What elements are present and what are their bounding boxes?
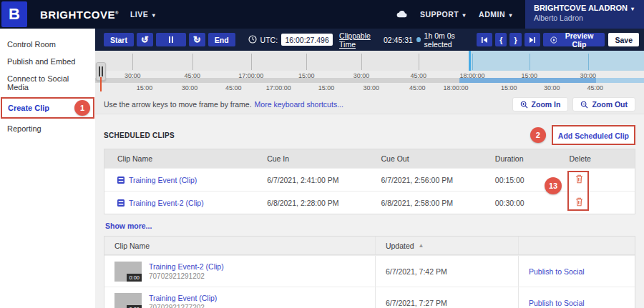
list-item: 0:00 Training Event-2 (Clip) 70702921291…: [104, 255, 635, 287]
sidebar-item-reporting[interactable]: Reporting: [0, 120, 95, 137]
timeline: 30:00 45:00 17:00:00 15:00 30:00 45:00 1…: [95, 51, 644, 95]
annotation-step-13: 13: [545, 177, 562, 194]
delete-clip-button[interactable]: [574, 173, 585, 187]
cue-in-value: 6/7/2021, 2:41:00 PM: [255, 176, 369, 184]
time-label: 15:00: [318, 84, 335, 91]
show-more-link[interactable]: Show more...: [105, 222, 152, 230]
delete-clip-button[interactable]: [574, 196, 585, 210]
publish-to-social-link[interactable]: Publish to Social: [529, 267, 585, 276]
sort-ascending-icon[interactable]: ▲: [419, 242, 424, 249]
col-header-updated[interactable]: Updated▲: [375, 237, 518, 254]
keyboard-hint-text: Use the arrow keys to move frame by fram…: [104, 100, 252, 109]
trash-icon: [575, 197, 583, 207]
time-label: 30:00: [544, 84, 560, 91]
product-menu-live[interactable]: LIVE ▾: [130, 10, 155, 19]
scheduled-clips-title: SCHEDULED CLIPS: [104, 131, 175, 139]
timeline-selection[interactable]: [469, 51, 644, 71]
duration-badge: 0:00: [127, 305, 142, 308]
chevron-down-icon: ▾: [152, 12, 156, 19]
publish-to-social-link[interactable]: Publish to Social: [529, 299, 585, 307]
pause-button[interactable]: [156, 33, 186, 46]
account-name: BRIGHTCOVE ALADRON ▾: [534, 4, 634, 12]
clippable-time-toggle[interactable]: Clippable Time: [339, 31, 380, 49]
time-label: 45:00: [587, 84, 603, 91]
clips-table-header: Clip Name Updated▲: [104, 237, 635, 255]
updated-value: 6/7/2021, 7:27 PM: [375, 287, 518, 308]
clip-thumbnail[interactable]: 0:00: [114, 293, 142, 308]
list-item: 0:00 Training Event (Clip) 7070292127720…: [104, 287, 635, 308]
selection-start-marker[interactable]: [469, 51, 471, 71]
skip-amount: 15: [195, 38, 200, 42]
zoom-out-button[interactable]: Zoom Out: [572, 97, 635, 111]
overview-buffered-range: [596, 78, 644, 83]
zoom-in-button[interactable]: Zoom In: [512, 97, 569, 111]
clips-table: Clip Name Updated▲ 0:00 Training Event-2…: [104, 236, 635, 308]
timeline-tick: [472, 54, 473, 70]
keyboard-shortcuts-link[interactable]: More keyboard shortcuts...: [255, 100, 343, 109]
sidebar-item-create-clip[interactable]: Create Clip: [2, 99, 55, 117]
col-header-duration: Duration: [484, 154, 558, 163]
clip-thumbnail[interactable]: 0:00: [114, 262, 142, 282]
save-button[interactable]: Save: [608, 33, 639, 46]
utc-label: UTC:: [260, 36, 278, 44]
timeline-overview-strip[interactable]: [95, 78, 644, 83]
sidebar-item-control-room[interactable]: Control Room: [0, 36, 95, 53]
set-cue-in-button[interactable]: {: [495, 33, 507, 46]
sidebar-item-publish-and-embed[interactable]: Publish and Embed: [0, 53, 95, 70]
overview-selected-range[interactable]: [459, 78, 596, 83]
skip-forward-15-button[interactable]: ↻15: [189, 33, 205, 46]
clip-name-link[interactable]: Training Event-2 (Clip): [129, 199, 204, 207]
play-circle-icon: [550, 36, 557, 44]
scheduled-clips-table: Clip Name Cue In Cue Out Duration Delete…: [104, 149, 635, 214]
end-button[interactable]: End: [208, 33, 235, 46]
updated-value: 6/7/2021, 7:42 PM: [375, 256, 518, 287]
start-button[interactable]: Start: [104, 33, 134, 46]
annotation-step-2: 2: [530, 127, 546, 143]
col-header-delete: Delete: [558, 154, 635, 163]
chevron-down-icon: ▾: [631, 6, 634, 12]
timeline-tick: [251, 54, 252, 70]
account-menu[interactable]: BRIGHTCOVE ALADRON ▾ Alberto Ladron: [525, 0, 644, 29]
skip-back-15-button[interactable]: ↺15: [137, 33, 153, 46]
duration-value: 00:30:00: [484, 199, 558, 207]
support-menu[interactable]: SUPPORT ▾: [420, 10, 466, 19]
time-label: 30:00: [364, 84, 380, 91]
timeline-track[interactable]: [95, 51, 644, 71]
annotation-box-add-scheduled-clip: Add Scheduled Clip: [552, 125, 635, 145]
add-scheduled-clip-button[interactable]: Add Scheduled Clip: [558, 131, 629, 140]
set-cue-out-button[interactable]: }: [509, 33, 521, 46]
content-area: SCHEDULED CLIPS 2 Add Scheduled Clip Cli…: [95, 124, 644, 308]
clip-name-link[interactable]: Training Event (Clip): [129, 176, 197, 184]
preview-clip-button[interactable]: Preview Clip: [543, 33, 605, 46]
time-label: 45:00: [409, 84, 426, 91]
cue-out-value: 6/7/2021, 2:56:00 PM: [369, 176, 483, 184]
timeline-tick: [132, 54, 133, 70]
admin-menu[interactable]: ADMIN ▾: [479, 10, 512, 19]
logo-letter: B: [9, 5, 20, 24]
skip-to-start-icon: [481, 36, 488, 44]
sidebar-item-connect-to-social-media[interactable]: Connect to Social Media: [0, 70, 95, 96]
col-header-actions: [518, 237, 635, 254]
selected-duration: 1h 0m 0s selected: [424, 31, 474, 49]
utc-time-input[interactable]: [281, 34, 333, 46]
clip-name-link[interactable]: Training Event (Clip): [149, 294, 217, 302]
top-navbar: B BRIGHTCOVE® LIVE ▾ SUPPORT ▾ ADMIN ▾ B…: [0, 0, 644, 29]
time-label: 15:00: [501, 84, 517, 91]
clip-id: 70702921277202: [149, 304, 217, 308]
jump-to-start-button[interactable]: [477, 33, 492, 46]
video-clip-icon: [117, 177, 125, 184]
timeline-tick: [419, 54, 419, 70]
brightcove-logo[interactable]: B: [1, 1, 27, 27]
clip-id: 70702921291202: [149, 272, 224, 280]
zoom-out-icon: [580, 101, 588, 109]
jump-to-end-button[interactable]: [525, 33, 540, 46]
clip-name-link[interactable]: Training Event-2 (Clip): [149, 262, 224, 271]
clippable-time-value: 02:45:31: [384, 36, 413, 44]
chevron-down-icon: ▾: [463, 12, 467, 19]
selection-dot-icon: [416, 37, 421, 42]
video-clip-icon: [117, 199, 125, 207]
annotation-step-1: 1: [74, 100, 90, 116]
timeline-tick: [306, 54, 307, 70]
cloud-icon[interactable]: [396, 8, 407, 21]
duration-badge: 0:00: [127, 274, 142, 282]
